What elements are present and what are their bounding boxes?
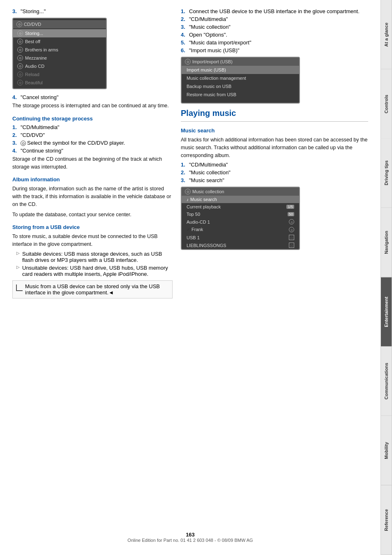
music-item-lieblingssongs: LIEBLINGSSONGS □ [182, 241, 299, 249]
cont-step-2: 2."CD/DVD" [12, 132, 173, 138]
side-tab-entertainment[interactable]: Entertainment [380, 278, 392, 347]
menu-item-audiocd: ⊙ Audio CD [13, 62, 106, 70]
album-desc2: To update the database, contact your ser… [12, 211, 173, 219]
usb-note-text: Music from a USB device can be stored on… [25, 283, 169, 296]
playing-music-heading: Playing music [181, 109, 368, 118]
menu-item-bestoff: ⊙ Best off [13, 37, 106, 46]
music-collection-title: ⊙ Music collection [182, 187, 299, 196]
right-step-2: 2."CD/Multimedia" [181, 16, 368, 22]
usb-note-box: Music from a USB device can be stored on… [12, 280, 173, 298]
footer-text: Online Edition for Part no. 01 41 2 603 … [0, 538, 380, 543]
import-item-backup: Backup music on USB [182, 82, 299, 90]
music-item-audiocd1: Audio-CD 1 ⊙ [182, 218, 299, 226]
page-footer: 163 Online Edition for Part no. 01 41 2 … [0, 532, 380, 543]
menu-item-beautiful: ⊙ Beautiful [13, 79, 106, 87]
music-item-usb1: USB 1 □ [182, 234, 299, 241]
side-tab-at-a-glance[interactable]: At a glance [380, 0, 392, 69]
cont-step-3: 3. ⊙Select the symbol for the CD/DVD pla… [12, 140, 173, 146]
cancel-desc: The storage process is interrupted and c… [12, 102, 173, 110]
step-4-label: 4. "Cancel storing" [12, 94, 173, 100]
side-tab-bar: At a glance Controls Driving tips Naviga… [380, 0, 392, 555]
import-item-management: Music collection management [182, 74, 299, 82]
side-tab-driving-tips[interactable]: Driving tips [380, 139, 392, 208]
album-heading: Album information [12, 176, 173, 183]
music-item-current-playback: Current playback 1/5 [182, 203, 299, 210]
step-3-label: 3. "Storing..." [12, 8, 173, 14]
page-number: 163 [0, 532, 380, 538]
ms-step-1: 1."CD/Multimedia" [181, 162, 368, 168]
right-step-4: 4.Open "Options". [181, 32, 368, 38]
music-search-heading: Music search [181, 127, 368, 134]
continuing-heading: Continuing the storage process [12, 116, 173, 122]
right-step-5: 5."Music data import/export" [181, 39, 368, 46]
cont-step-4: 4."Continue storing" [12, 148, 173, 154]
right-step-3: 3."Music collection" [181, 24, 368, 30]
import-export-screenshot: ⊙ Import/export (USB) Import music (USB)… [181, 57, 300, 104]
menu-item-storing: ⊙ Storing... [13, 29, 106, 37]
cont-step-1: 1."CD/Multimedia" [12, 124, 173, 130]
import-title: ⊙ Import/export (USB) [182, 58, 299, 66]
usb-desc1: To store music, a suitable device must b… [12, 233, 173, 248]
usb-bullet-1: ▷ Suitable devices: USB mass storage dev… [16, 251, 173, 263]
cd-dvd-menu-title: ⊙ CD/DVD [13, 20, 106, 28]
ms-step-3: 3."Music search" [181, 177, 368, 183]
menu-item-reload: ⊙ Reload [13, 70, 106, 79]
side-tab-controls[interactable]: Controls [380, 69, 392, 139]
right-step-6: 6."Import music (USB)" [181, 47, 368, 53]
usb-bullet-2: ▷ Unsuitable devices: USB hard drive, US… [16, 265, 173, 277]
side-tab-communications[interactable]: Communications [380, 347, 392, 416]
music-item-top50: Top 50 50 [182, 210, 299, 218]
music-search-desc: All tracks for which additional informat… [181, 136, 368, 159]
side-tab-reference[interactable]: Reference [380, 485, 392, 555]
menu-item-mezzanine: ⊙ Mezzanine [13, 54, 106, 62]
right-step-1: 1. Connect the USB device to the USB int… [181, 8, 368, 14]
side-tab-navigation[interactable]: Navigation [380, 208, 392, 278]
import-item-restore: Restore music from USB [182, 90, 299, 99]
side-tab-mobility[interactable]: Mobility [380, 416, 392, 486]
section-divider [181, 121, 368, 122]
usb-heading: Storing from a USB device [12, 224, 173, 230]
music-item-search: ♪Music search [182, 196, 299, 203]
menu-item-brothers: ⊙ Brothers in arms [13, 46, 106, 54]
continuing-desc: Storage of the CD continues at the begin… [12, 155, 173, 171]
import-item-import: Import music (USB) [182, 66, 299, 74]
music-item-frank: ✓ Frank ⊙ [182, 226, 299, 234]
cd-dvd-menu-screenshot: ⊙ CD/DVD ⊙ Storing... ⊙ Best off ⊙ Broth… [12, 18, 107, 89]
album-desc1: During storage, information such as the … [12, 185, 173, 208]
music-collection-screenshot: ⊙ Music collection ♪Music search Current… [181, 187, 300, 250]
ms-step-2: 2."Music collection" [181, 169, 368, 176]
